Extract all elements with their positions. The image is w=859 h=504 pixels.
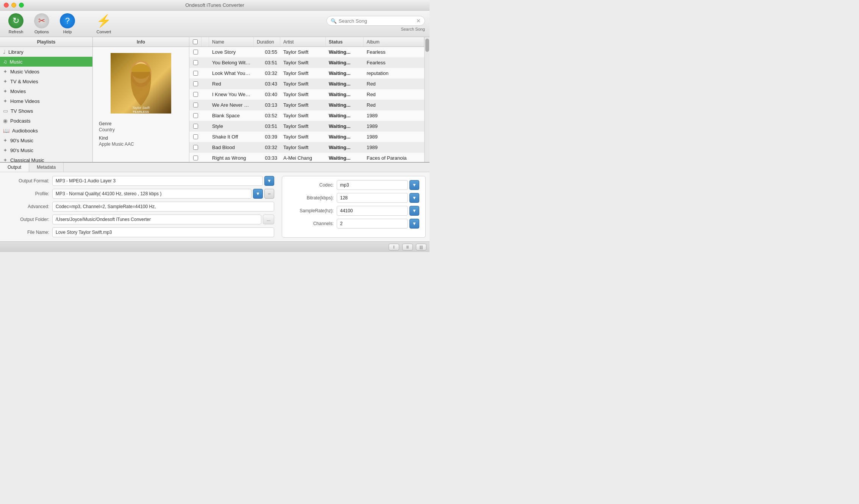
table-row[interactable]: Style 03:51 Taylor Swift Waiting... 1989 xyxy=(189,121,424,132)
status-btn-2[interactable]: II xyxy=(402,244,413,250)
table-row[interactable]: Right as Wrong 03:33 A-Mei Chang Waiting… xyxy=(189,153,424,162)
table-row[interactable]: I Knew You Were Trouble 03:40 Taylor Swi… xyxy=(189,89,424,100)
sidebar-item-podcasts[interactable]: ◉Podcasts xyxy=(0,116,92,126)
browse-button[interactable]: ... xyxy=(263,215,274,224)
row-status-9: Waiting... xyxy=(326,145,364,150)
row-status-4: Waiting... xyxy=(326,92,364,97)
table-row[interactable]: You Belong With Me 03:51 Taylor Swift Wa… xyxy=(189,58,424,68)
profile-select-wrapper: MP3 - Normal Quality( 44100 Hz, stereo ,… xyxy=(52,189,274,199)
help-button[interactable]: ? Help xyxy=(56,12,79,36)
codec-text: mp3 xyxy=(340,182,349,188)
advanced-label: Advanced: xyxy=(4,204,49,209)
row-album-0: Fearless xyxy=(364,49,424,55)
sidebar-item-classical[interactable]: ✦Classical Music xyxy=(0,155,92,162)
row-checkbox-9[interactable] xyxy=(189,145,201,150)
search-input[interactable] xyxy=(339,18,416,24)
table-row[interactable]: Love Story 03:55 Taylor Swift Waiting...… xyxy=(189,47,424,58)
codec-value: mp3 xyxy=(337,180,408,190)
row-status-0: Waiting... xyxy=(326,49,364,55)
sidebar-item-audiobooks[interactable]: 📖Audiobooks xyxy=(0,126,92,135)
channels-dropdown[interactable]: ▼ xyxy=(409,219,419,229)
header-album: Album xyxy=(364,37,424,47)
tab-metadata[interactable]: Metadata xyxy=(29,163,64,172)
row-duration-9: 03:32 xyxy=(254,145,280,150)
row-checkbox-7[interactable] xyxy=(189,124,201,129)
samplerate-value: 44100 xyxy=(337,206,408,216)
codec-dropdown[interactable]: ▼ xyxy=(409,180,419,190)
status-bar: I II ||| xyxy=(0,241,430,252)
songs-panel: Name Duration Artist Status Album Love S… xyxy=(189,37,424,162)
bitrate-label: Bitrate(kbps): xyxy=(288,195,334,201)
table-row[interactable]: Red 03:43 Taylor Swift Waiting... Red xyxy=(189,79,424,89)
row-name-8: Shake It Off xyxy=(209,134,254,140)
row-checkbox-0[interactable] xyxy=(189,50,201,54)
row-checkbox-1[interactable] xyxy=(189,60,201,65)
row-checkbox-6[interactable] xyxy=(189,113,201,118)
output-folder-input[interactable] xyxy=(52,215,261,224)
header-check-all[interactable] xyxy=(189,37,201,47)
row-checkbox-8[interactable] xyxy=(189,134,201,139)
profile-dropdown[interactable]: ▼ xyxy=(253,189,263,199)
search-clear-button[interactable]: ✕ xyxy=(416,18,421,24)
convert-label: Convert xyxy=(97,30,111,34)
row-checkbox-5[interactable] xyxy=(189,103,201,107)
close-button[interactable] xyxy=(4,3,9,8)
sidebar-item-home-videos[interactable]: ✦Home Videos xyxy=(0,96,92,106)
sidebar-icon-classical: ✦ xyxy=(3,157,8,162)
table-row[interactable]: Shake It Off 03:39 Taylor Swift Waiting.… xyxy=(189,132,424,142)
samplerate-row: SampleRate(hz): 44100 ▼ xyxy=(288,206,419,216)
convert-button[interactable]: ⚡ Convert xyxy=(92,12,115,36)
row-checkbox-4[interactable] xyxy=(189,92,201,97)
row-status-5: Waiting... xyxy=(326,102,364,108)
row-checkbox-10[interactable] xyxy=(189,156,201,160)
channels-value: 2 xyxy=(337,219,408,229)
songs-table-wrapper: Name Duration Artist Status Album Love S… xyxy=(189,37,424,162)
row-checkbox-2[interactable] xyxy=(189,71,201,76)
settings-left: Output Format: MP3 - MPEG-1 Audio Layer … xyxy=(4,176,274,238)
window-controls[interactable] xyxy=(4,3,24,8)
codec-label: Codec: xyxy=(288,182,334,188)
options-button[interactable]: ✂ Options xyxy=(30,12,53,36)
row-duration-10: 03:33 xyxy=(254,155,280,161)
refresh-button[interactable]: ↻ Refresh xyxy=(5,12,27,36)
row-name-5: We Are Never Ever Getting Back Tog... xyxy=(209,102,254,108)
select-all-checkbox[interactable] xyxy=(193,39,198,44)
sidebar-icon-podcasts: ◉ xyxy=(3,118,8,124)
sidebar-item-music[interactable]: ♫Music xyxy=(0,57,92,67)
folder-row: ... xyxy=(52,215,274,224)
output-format-value: MP3 - MPEG-1 Audio Layer 3 xyxy=(52,176,263,186)
minimize-button[interactable] xyxy=(11,3,16,8)
samplerate-dropdown[interactable]: ▼ xyxy=(409,206,419,216)
advanced-input[interactable] xyxy=(52,202,274,212)
profile-minus[interactable]: – xyxy=(264,189,274,199)
sidebar-label-90s-music2: 90's Music xyxy=(10,148,33,153)
sidebar-item-tv-movies[interactable]: ✦TV & Movies xyxy=(0,76,92,86)
table-row[interactable]: We Are Never Ever Getting Back Tog... 03… xyxy=(189,100,424,110)
scrollbar-right[interactable] xyxy=(424,37,430,162)
bitrate-select-wrapper: 128 ▼ xyxy=(337,193,419,203)
table-row[interactable]: Bad Blood 03:32 Taylor Swift Waiting... … xyxy=(189,142,424,153)
album-info: Genre Country Kind Apple Music AAC xyxy=(93,118,189,153)
status-btn-3[interactable]: ||| xyxy=(416,244,426,250)
header-name: Name xyxy=(209,37,254,47)
tab-output[interactable]: Output xyxy=(0,163,29,172)
scrollbar-thumb[interactable] xyxy=(425,39,429,52)
table-row[interactable]: Blank Space 03:52 Taylor Swift Waiting..… xyxy=(189,110,424,121)
title-bar: Ondesoft iTunes Converter xyxy=(0,0,430,11)
sidebar-item-90s-music[interactable]: ✦90's Music xyxy=(0,135,92,145)
sidebar-item-tv-shows[interactable]: ▭TV Shows xyxy=(0,106,92,116)
maximize-button[interactable] xyxy=(19,3,24,8)
sidebar-item-90s-music2[interactable]: ✦90's Music xyxy=(0,145,92,155)
channels-row: Channels: 2 ▼ xyxy=(288,219,419,229)
status-btn-1[interactable]: I xyxy=(389,244,399,250)
sidebar-item-library[interactable]: ♩Library xyxy=(0,47,92,57)
file-name-input[interactable] xyxy=(52,227,274,237)
table-row[interactable]: Look What You Made Me Do 03:32 Taylor Sw… xyxy=(189,68,424,79)
row-checkbox-3[interactable] xyxy=(189,81,201,86)
sidebar-item-movies[interactable]: ✦Movies xyxy=(0,86,92,96)
sidebar-item-music-videos[interactable]: ✦Music Videos xyxy=(0,67,92,76)
bitrate-dropdown[interactable]: ▼ xyxy=(409,193,419,203)
sidebar-header-label: Playlists xyxy=(37,39,56,45)
output-format-dropdown[interactable]: ▼ xyxy=(264,176,274,186)
channels-select-wrapper: 2 ▼ xyxy=(337,219,419,229)
